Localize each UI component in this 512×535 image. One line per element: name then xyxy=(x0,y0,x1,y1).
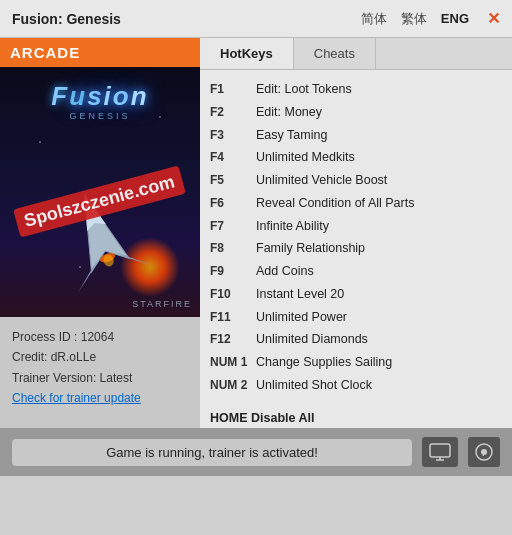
monitor-svg xyxy=(429,443,451,461)
hotkey-label: Infinite Ability xyxy=(256,217,329,236)
hotkey-label: Change Supplies Sailing xyxy=(256,353,392,372)
music-svg: ♪ xyxy=(474,442,494,462)
hotkey-row[interactable]: F4Unlimited Medkits xyxy=(210,146,502,169)
hotkey-label: Unlimited Diamonds xyxy=(256,330,368,349)
hotkey-key: F8 xyxy=(210,239,256,257)
hotkey-key: F11 xyxy=(210,308,256,326)
hotkey-row[interactable]: F12Unlimited Diamonds xyxy=(210,328,502,351)
process-info: Process ID : 12064 Credit: dR.oLLe Train… xyxy=(0,317,200,419)
trainer-version-line: Trainer Version: Latest xyxy=(12,368,188,388)
hotkey-label: Instant Level 20 xyxy=(256,285,344,304)
status-container: Game is running, trainer is activated! xyxy=(12,439,412,466)
hotkey-row[interactable]: F6Reveal Condition of All Parts xyxy=(210,192,502,215)
trainer-version-label: Trainer Version: xyxy=(12,371,96,385)
hotkey-label: Easy Taming xyxy=(256,126,327,145)
game-logo: Fusion xyxy=(51,81,148,112)
hotkey-row[interactable]: F2Edit: Money xyxy=(210,101,502,124)
game-image: Fusion GENESIS STARFIRE Spolszczenie.com xyxy=(0,67,200,317)
hotkey-label: Unlimited Vehicle Boost xyxy=(256,171,387,190)
hotkey-key: F6 xyxy=(210,194,256,212)
hotkey-label: Add Coins xyxy=(256,262,314,281)
hotkey-row[interactable]: F9Add Coins xyxy=(210,260,502,283)
hotkey-key: NUM 1 xyxy=(210,353,256,371)
lang-cn-simple[interactable]: 简体 xyxy=(357,8,391,30)
hotkey-row[interactable]: F7Infinite Ability xyxy=(210,215,502,238)
process-id-label: Process ID : xyxy=(12,330,77,344)
hotkey-label: Family Relationship xyxy=(256,239,365,258)
credit-label: Credit: xyxy=(12,350,47,364)
process-id-value: 12064 xyxy=(81,330,114,344)
hotkey-key: F10 xyxy=(210,285,256,303)
hotkey-key: F3 xyxy=(210,126,256,144)
hotkey-label: Edit: Loot Tokens xyxy=(256,80,352,99)
tabs-bar: HotKeys Cheats xyxy=(200,38,512,70)
tab-hotkeys[interactable]: HotKeys xyxy=(200,38,294,69)
trainer-update-link[interactable]: Check for trainer update xyxy=(12,391,141,405)
hotkey-row[interactable]: F5Unlimited Vehicle Boost xyxy=(210,169,502,192)
home-disable-all[interactable]: HOME Disable All xyxy=(210,407,502,429)
title-bar: Fusion: Genesis 简体 繁体 ENG ✕ xyxy=(0,0,512,38)
hotkey-key: F2 xyxy=(210,103,256,121)
main-area: ARCADE Fusion GENESIS STARFIR xyxy=(0,38,512,428)
game-subtitle: GENESIS xyxy=(69,111,130,121)
monitor-icon[interactable] xyxy=(422,437,458,467)
trainer-version-value: Latest xyxy=(100,371,133,385)
hotkey-row[interactable]: F8Family Relationship xyxy=(210,237,502,260)
app-title: Fusion: Genesis xyxy=(12,11,357,27)
hotkey-row[interactable]: F10Instant Level 20 xyxy=(210,283,502,306)
svg-marker-2 xyxy=(69,259,106,293)
hotkeys-list: F1Edit: Loot TokensF2Edit: MoneyF3Easy T… xyxy=(200,70,512,428)
credit-line: Credit: dR.oLLe xyxy=(12,347,188,367)
hotkey-row[interactable]: NUM 2Unlimited Shot Clock xyxy=(210,374,502,397)
watermark: Spolszczenie.com xyxy=(0,187,200,216)
svg-rect-6 xyxy=(430,444,450,457)
hotkey-key: F5 xyxy=(210,171,256,189)
tab-cheats[interactable]: Cheats xyxy=(294,38,376,69)
hotkey-key: NUM 2 xyxy=(210,376,256,394)
bottom-bar: Game is running, trainer is activated! ♪ xyxy=(0,428,512,476)
hotkey-row[interactable]: F1Edit: Loot Tokens xyxy=(210,78,502,101)
arcade-label: ARCADE xyxy=(0,38,200,67)
left-panel: ARCADE Fusion GENESIS STARFIR xyxy=(0,38,200,428)
lang-eng[interactable]: ENG xyxy=(437,9,473,28)
starfire-label: STARFIRE xyxy=(132,299,192,309)
status-text: Game is running, trainer is activated! xyxy=(106,445,318,460)
lang-cn-trad[interactable]: 繁体 xyxy=(397,8,431,30)
right-panel: HotKeys Cheats F1Edit: Loot TokensF2Edit… xyxy=(200,38,512,428)
music-icon[interactable]: ♪ xyxy=(468,437,500,467)
hotkey-label: Unlimited Power xyxy=(256,308,347,327)
hotkey-key: F7 xyxy=(210,217,256,235)
process-id-line: Process ID : 12064 xyxy=(12,327,188,347)
hotkey-label: Unlimited Shot Clock xyxy=(256,376,372,395)
hotkey-key: F12 xyxy=(210,330,256,348)
hotkey-label: Edit: Money xyxy=(256,103,322,122)
hotkey-label: Reveal Condition of All Parts xyxy=(256,194,414,213)
hotkey-key: F4 xyxy=(210,148,256,166)
language-buttons: 简体 繁体 ENG ✕ xyxy=(357,8,500,30)
hotkey-row[interactable]: NUM 1Change Supplies Sailing xyxy=(210,351,502,374)
hotkey-row[interactable]: F11Unlimited Power xyxy=(210,306,502,329)
hotkey-row[interactable]: F3Easy Taming xyxy=(210,124,502,147)
close-button[interactable]: ✕ xyxy=(487,9,500,28)
hotkey-key: F9 xyxy=(210,262,256,280)
hotkey-key: F1 xyxy=(210,80,256,98)
svg-text:♪: ♪ xyxy=(482,448,487,458)
hotkey-label: Unlimited Medkits xyxy=(256,148,355,167)
credit-value: dR.oLLe xyxy=(51,350,96,364)
